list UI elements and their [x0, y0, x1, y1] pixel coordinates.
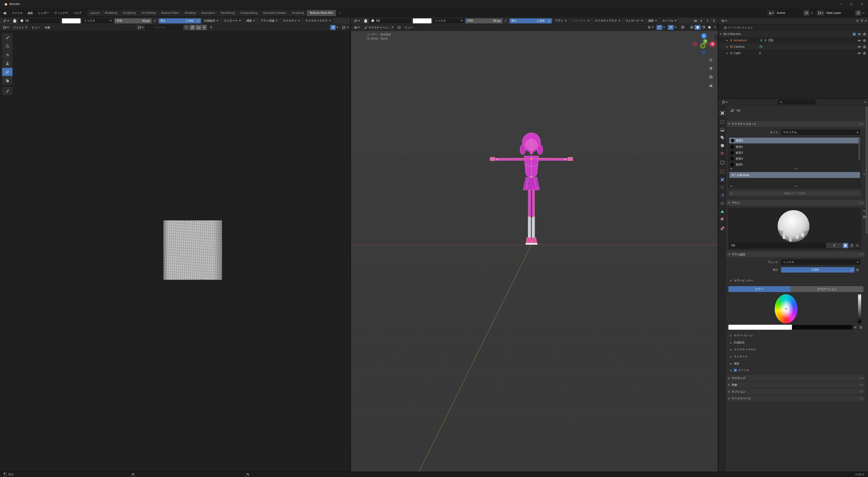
list-grip[interactable]	[794, 185, 798, 187]
close-button[interactable]: ✕	[857, 2, 867, 6]
gizmo-axis-neg-x[interactable]	[692, 41, 698, 46]
blender-menu-icon[interactable]	[2, 11, 7, 15]
brush-tip-popover[interactable]: ブラシ先端	[258, 18, 279, 24]
workspace-tab-geometry-nodes[interactable]: Geometry Nodes	[260, 10, 289, 16]
workspace-tab-uv-editing[interactable]: UV Editing	[139, 10, 158, 16]
scene-collection-label[interactable]: シーンコレクション	[728, 26, 753, 30]
material-slot[interactable]: 材質3	[728, 150, 861, 156]
scene-unlink-button[interactable]: ✕	[809, 10, 814, 15]
color-wheel[interactable]	[775, 294, 797, 323]
falloff-popover[interactable]: 減衰	[646, 18, 659, 24]
texture-popover[interactable]: テクスチャ	[570, 18, 591, 24]
color-wheel-cursor[interactable]	[785, 308, 787, 310]
snap-magnet-icon[interactable]	[647, 26, 651, 29]
strength-slider[interactable]: 1.000	[781, 267, 849, 273]
mode-dropdown[interactable]: テクスチャペイ...	[362, 25, 395, 30]
strength-pressure-button[interactable]	[849, 267, 855, 273]
render-visibility-icon[interactable]	[863, 52, 866, 55]
panel-grip[interactable]	[859, 377, 864, 379]
unlink-brush-button[interactable]: ✕	[855, 243, 860, 248]
menu-view[interactable]: ビュー	[30, 25, 42, 30]
brush-color-swatch[interactable]	[413, 18, 432, 24]
panel-grip[interactable]	[859, 384, 864, 386]
properties-options-dropdown[interactable]	[864, 102, 866, 103]
falloff-popover[interactable]: 減衰	[244, 18, 257, 24]
tab-view-layer[interactable]	[718, 134, 726, 141]
stroke-popover[interactable]: ストローク	[624, 18, 645, 24]
scene-icon[interactable]	[767, 10, 775, 15]
workspace-tab-modeling[interactable]: Modeling	[102, 10, 120, 16]
tool-fill[interactable]	[2, 68, 13, 76]
shading-material-button[interactable]	[701, 25, 706, 30]
brush-panel-header[interactable]: ▼ブラシ	[726, 200, 865, 206]
color-picker-subheader[interactable]: ▼カラーピッカー	[729, 279, 753, 283]
cursor-popover[interactable]: カーソル	[660, 18, 679, 24]
menu-image[interactable]: 画像	[43, 25, 52, 30]
brush-color-swatch[interactable]	[62, 18, 81, 24]
stroke-popover[interactable]: ストローク	[222, 18, 243, 24]
scene-selector[interactable]: Scene ✕	[767, 10, 814, 15]
panel-grip[interactable]	[859, 398, 864, 400]
value-slider-handle[interactable]	[859, 294, 860, 296]
panel-masking[interactable]: ▶マスキング	[726, 375, 865, 381]
gizmos-toggle[interactable]	[656, 25, 662, 30]
add-workspace-button[interactable]: +	[336, 10, 344, 16]
blend-mode-dropdown[interactable]: ミックス	[82, 19, 114, 23]
workspace-tab-compositing[interactable]: Compositing	[238, 10, 260, 16]
symmetry-x-toggle[interactable]: X	[699, 19, 704, 23]
menu-help[interactable]: ヘルプ	[71, 10, 84, 16]
secondary-color-swatch[interactable]	[792, 325, 852, 330]
material-slot[interactable]: 材質1	[729, 137, 860, 144]
pin-icon[interactable]	[210, 26, 213, 29]
tool-annotate[interactable]	[2, 87, 13, 95]
blend-mode-dropdown[interactable]: ミックス	[433, 19, 464, 23]
list-expand[interactable]: ▶	[730, 167, 733, 170]
outliner-row-camera[interactable]: ▶ Camera	[718, 43, 868, 50]
panel-options[interactable]: ▶オプション	[726, 389, 865, 394]
menu-render[interactable]: レンダー	[36, 10, 52, 16]
editor-type-dropdown[interactable]	[720, 19, 728, 23]
tab-collection[interactable]	[718, 159, 726, 166]
radius-slider[interactable]: 半径50 px	[115, 19, 152, 23]
subpanel-advanced[interactable]: ▶詳細設定	[729, 341, 745, 345]
material-slot[interactable]: 材質5	[728, 162, 861, 167]
view-layer-copy-button[interactable]	[855, 10, 861, 15]
filter-dropdown[interactable]	[865, 21, 867, 22]
panel-grip[interactable]	[859, 123, 864, 125]
editor-type-dropdown[interactable]	[352, 25, 361, 30]
menu-view[interactable]: ビュー	[403, 25, 415, 30]
image-name-field[interactable]: ガール顔.bmp	[145, 25, 183, 30]
view-layer-icon[interactable]	[817, 10, 825, 15]
strength-slider[interactable]: 強さ1.000	[159, 19, 195, 23]
tab-constraints[interactable]	[718, 200, 726, 207]
maximize-button[interactable]: □	[846, 2, 857, 6]
list-expand[interactable]: ▶	[730, 185, 733, 187]
value-slider[interactable]	[858, 294, 861, 323]
expand-icon[interactable]: ▼	[719, 33, 722, 35]
subpanel-color-palette[interactable]: ▶カラーパレット	[729, 333, 753, 338]
gradient-tab[interactable]: グラデーション	[790, 286, 864, 292]
material-slot[interactable]: 材質4	[728, 156, 861, 162]
brush-settings-panel-header[interactable]: ▼ブラシ設定	[726, 251, 865, 257]
subpanel-stroke[interactable]: ▶ストローク	[729, 355, 748, 358]
collection-checkbox[interactable]: ✓	[853, 33, 856, 36]
light-label[interactable]: Light	[734, 52, 741, 55]
advanced-popover[interactable]: 詳細設定	[202, 18, 220, 24]
viewport-canvas[interactable]: ユーザー・透視投影 (1) Body : Basis Z X Y ‹	[351, 31, 718, 472]
expand-icon[interactable]: ▶	[726, 45, 729, 48]
duplicate-brush-button[interactable]	[849, 243, 855, 248]
editor-type-dropdown[interactable]	[1, 25, 10, 30]
armature-label[interactable]: Armature	[734, 39, 747, 42]
outliner-row-collection[interactable]: ▼ Collection ✓	[718, 31, 868, 37]
active-tool-dropdown[interactable]	[1, 19, 11, 23]
paint-mode-dropdown[interactable]: ペイント	[11, 25, 29, 30]
tab-modifiers[interactable]	[718, 176, 726, 183]
collection-label[interactable]: Collection	[727, 32, 741, 36]
tab-material[interactable]	[718, 216, 726, 223]
open-image-button[interactable]	[196, 25, 202, 30]
menu-file[interactable]: ファイル	[9, 10, 25, 16]
properties-search-input[interactable]	[778, 100, 815, 105]
character-model[interactable]	[484, 130, 579, 249]
minimize-button[interactable]: ─	[836, 2, 846, 6]
menu-edit[interactable]: 編集	[25, 10, 36, 16]
